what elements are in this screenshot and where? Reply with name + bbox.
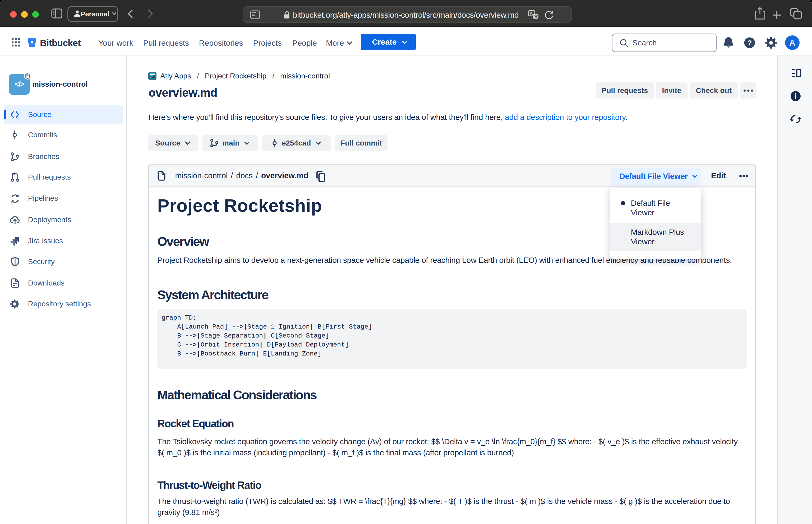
svg-text:A: A — [530, 11, 533, 16]
svg-text:文: 文 — [534, 14, 538, 19]
svg-text:?: ? — [748, 39, 752, 47]
